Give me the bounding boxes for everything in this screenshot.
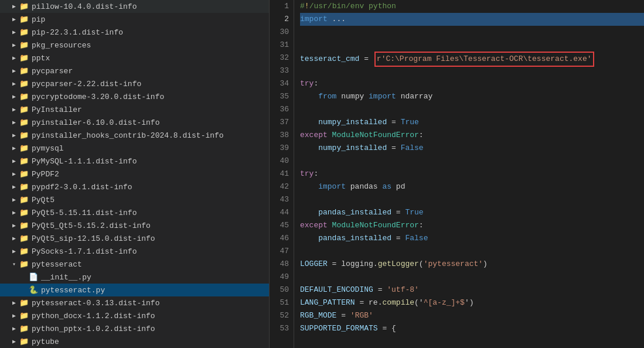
tree-item-pyqt5-qt5[interactable]: ▶📁PyQt5_Qt5-5.15.2.dist-info: [0, 219, 269, 232]
tree-item-pytesseract-folder[interactable]: ▾📁pytesseract: [0, 258, 269, 271]
line-number: 42: [270, 180, 289, 193]
folder-arrow[interactable]: ▶: [9, 222, 19, 229]
code-line: #!/usr/bin/env python: [300, 0, 644, 13]
folder-arrow[interactable]: ▾: [9, 261, 19, 268]
tree-item-pyqt5-sip[interactable]: ▶📁PyQt5_sip-12.15.0.dist-info: [0, 232, 269, 245]
line-number: 50: [270, 284, 289, 296]
tree-item-pyqt5[interactable]: ▶📁PyQt5: [0, 193, 269, 206]
folder-arrow[interactable]: ▶: [9, 248, 19, 255]
token: as: [382, 182, 391, 191]
folder-arrow[interactable]: ▶: [9, 3, 19, 10]
tree-item-pycryptodome[interactable]: ▶📁pycryptodome-3.20.0.dist-info: [0, 90, 269, 103]
tree-item-pysocks[interactable]: ▶📁PySocks-1.7.1.dist-info: [0, 245, 269, 258]
folder-icon: 📁: [19, 156, 29, 166]
folder-icon: 📁: [19, 221, 29, 230]
tree-item-pptx[interactable]: ▶📁pptx: [0, 52, 269, 64]
tree-item-pycparser-dist[interactable]: ▶📁pycparser-2.22.dist-info: [0, 77, 269, 90]
file-icon: 📄: [28, 272, 39, 282]
tree-item-pyqt5-dist[interactable]: ▶📁PyQt5-5.15.11.dist-info: [0, 206, 269, 219]
tree-item-pytesseract-dist[interactable]: ▶📁pytesseract-0.3.13.dist-info: [0, 296, 269, 309]
folder-arrow[interactable]: ▶: [9, 312, 19, 319]
token: pandas: [346, 182, 382, 191]
folder-arrow[interactable]: ▶: [9, 29, 19, 36]
folder-arrow[interactable]: ▶: [9, 119, 19, 126]
token: ^[a-z_]+$: [424, 298, 465, 307]
line-number: 35: [270, 90, 289, 103]
folder-arrow[interactable]: ▶: [9, 338, 19, 345]
token: = {: [378, 324, 396, 333]
token: :: [314, 79, 318, 88]
tree-item-label: pycparser-2.22.dist-info: [32, 80, 141, 88]
code-line: [300, 64, 644, 77]
token: .: [373, 260, 378, 268]
folder-arrow[interactable]: ▶: [9, 16, 19, 23]
folder-arrow[interactable]: ▶: [9, 145, 19, 152]
token: =: [391, 208, 405, 217]
token: 'utf-8': [387, 285, 419, 294]
tree-item-pyparserdist[interactable]: ▶📁pkg_resources: [0, 39, 269, 52]
tree-item-pypdf2[interactable]: ▶📁PyPDF2: [0, 168, 269, 180]
tree-item-pillow[interactable]: ▶📁pillow-10.4.0.dist-info: [0, 0, 269, 13]
folder-arrow[interactable]: ▶: [9, 42, 19, 49]
folder-arrow[interactable]: ▶: [9, 299, 19, 306]
token: =: [387, 144, 400, 152]
token: 'RGB': [350, 311, 373, 320]
folder-arrow[interactable]: ▶: [9, 209, 19, 216]
folder-arrow[interactable]: ▶: [9, 80, 19, 87]
tree-item-label: PyInstaller: [32, 105, 82, 114]
tree-item-python-pptx[interactable]: ▶📁python_pptx-1.0.2.dist-info: [0, 322, 269, 335]
token: RGB_MODE: [300, 311, 336, 320]
line-number: 2: [270, 13, 289, 26]
tree-item-pyinstaller-dist[interactable]: ▶📁pyinstaller-6.10.0.dist-info: [0, 116, 269, 129]
folder-arrow[interactable]: ▶: [9, 67, 19, 74]
folder-icon: 📁: [19, 131, 29, 140]
token: 'pytesseract': [424, 260, 483, 268]
tree-item-init-py[interactable]: 📄__init__.py: [0, 271, 269, 284]
folder-arrow[interactable]: ▶: [9, 325, 19, 332]
token: compile: [382, 298, 414, 307]
folder-arrow[interactable]: ▶: [9, 132, 19, 139]
token: import: [300, 182, 346, 191]
tree-item-pymysql[interactable]: ▶📁pymysql: [0, 142, 269, 155]
tree-item-python-docx[interactable]: ▶📁python_docx-1.1.2.dist-info: [0, 309, 269, 322]
line-number: 38: [270, 129, 289, 142]
line-number: 40: [270, 155, 289, 168]
tree-item-pymysql-dist[interactable]: ▶📁PyMySQL-1.1.1.dist-info: [0, 155, 269, 168]
token: except: [300, 131, 328, 139]
folder-arrow[interactable]: ▶: [9, 196, 19, 203]
tree-item-pyinstaller-hooks[interactable]: ▶📁pyinstaller_hooks_contrib-2024.8.dist-…: [0, 129, 269, 142]
folder-arrow[interactable]: ▶: [9, 158, 19, 165]
folder-icon: 📁: [19, 234, 29, 243]
folder-arrow[interactable]: ▶: [9, 183, 19, 190]
code-line: SUPPORTED_FORMATS = {: [300, 322, 644, 335]
tree-item-pycparser[interactable]: ▶📁pycparser: [0, 64, 269, 77]
code-line: pandas_installed = True: [300, 206, 644, 219]
tree-item-pypdf2-dist[interactable]: ▶📁pypdf2-3.0.1.dist-info: [0, 180, 269, 193]
folder-icon: 📁: [19, 2, 29, 11]
tree-item-label: PyQt5-5.15.11.dist-info: [32, 209, 137, 217]
folder-arrow[interactable]: ▶: [9, 170, 19, 178]
tree-item-pip[interactable]: ▶📁pip: [0, 13, 269, 26]
code-line: try:: [300, 77, 644, 90]
folder-arrow[interactable]: ▶: [9, 235, 19, 242]
tree-item-label: pkg_resources: [32, 41, 91, 50]
folder-icon: 📁: [19, 195, 29, 204]
code-line: import ...: [300, 13, 644, 26]
tree-item-label: pycparser: [32, 67, 73, 76]
tree-item-pyinstaller[interactable]: ▶📁PyInstaller: [0, 103, 269, 116]
folder-arrow[interactable]: ▶: [9, 106, 19, 113]
token: getLogger: [378, 260, 419, 268]
code-line: except ModuleNotFoundError:: [300, 129, 644, 142]
tree-item-label: PyMySQL-1.1.1.dist-info: [32, 157, 137, 166]
file-tree[interactable]: ▶📁pillow-10.4.0.dist-info▶📁pip▶📁pip-22.3…: [0, 0, 270, 348]
folder-arrow[interactable]: ▶: [9, 93, 19, 100]
token: import: [369, 92, 396, 101]
tree-item-pytube[interactable]: ▶📁pytube: [0, 335, 269, 348]
tree-item-pytesseract-py[interactable]: 🐍pytesseract.py: [0, 284, 269, 296]
line-number: 37: [270, 116, 289, 129]
line-number: 47: [270, 245, 289, 258]
tree-item-pip-dist[interactable]: ▶📁pip-22.3.1.dist-info: [0, 26, 269, 39]
tree-item-label: pytesseract: [32, 260, 82, 269]
folder-arrow[interactable]: ▶: [9, 54, 19, 62]
tree-item-label: pip: [32, 15, 45, 24]
